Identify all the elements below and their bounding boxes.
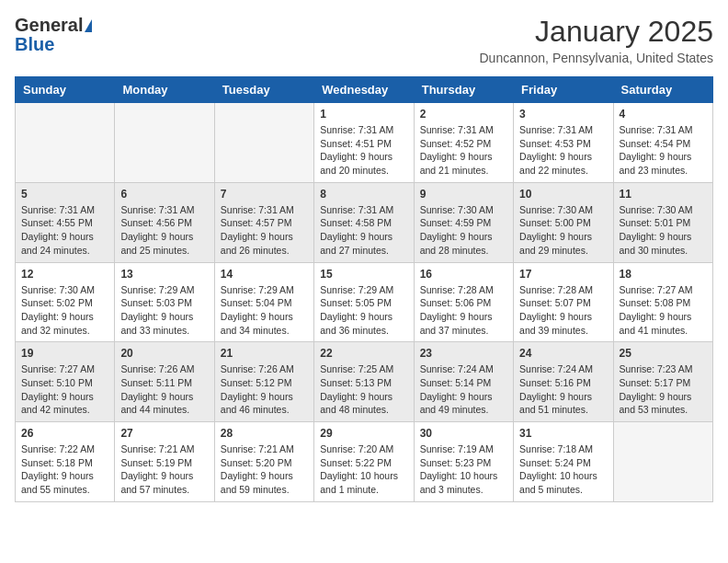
day-info: Sunrise: 7:22 AMSunset: 5:18 PMDaylight:… bbox=[21, 442, 108, 497]
calendar-cell: 18Sunrise: 7:27 AMSunset: 5:08 PMDayligh… bbox=[613, 262, 712, 342]
calendar-cell bbox=[16, 103, 115, 183]
day-info: Sunrise: 7:29 AMSunset: 5:05 PMDaylight:… bbox=[320, 283, 407, 338]
day-info: Sunrise: 7:30 AMSunset: 5:01 PMDaylight:… bbox=[620, 203, 707, 258]
day-number: 2 bbox=[420, 108, 507, 121]
calendar-table: SundayMondayTuesdayWednesdayThursdayFrid… bbox=[15, 76, 713, 502]
day-info: Sunrise: 7:23 AMSunset: 5:17 PMDaylight:… bbox=[620, 362, 707, 417]
calendar-cell: 21Sunrise: 7:26 AMSunset: 5:12 PMDayligh… bbox=[214, 342, 313, 422]
day-number: 5 bbox=[21, 188, 108, 201]
calendar-cell: 14Sunrise: 7:29 AMSunset: 5:04 PMDayligh… bbox=[214, 262, 313, 342]
day-info: Sunrise: 7:20 AMSunset: 5:22 PMDaylight:… bbox=[320, 442, 407, 497]
calendar-cell: 26Sunrise: 7:22 AMSunset: 5:18 PMDayligh… bbox=[16, 422, 115, 502]
weekday-header-thursday: Thursday bbox=[414, 77, 513, 103]
week-row-1: 1Sunrise: 7:31 AMSunset: 4:51 PMDaylight… bbox=[16, 103, 713, 183]
calendar-cell: 24Sunrise: 7:24 AMSunset: 5:16 PMDayligh… bbox=[514, 342, 613, 422]
day-info: Sunrise: 7:28 AMSunset: 5:06 PMDaylight:… bbox=[420, 283, 507, 338]
weekday-header-sunday: Sunday bbox=[16, 77, 115, 103]
calendar-cell: 12Sunrise: 7:30 AMSunset: 5:02 PMDayligh… bbox=[16, 262, 115, 342]
day-info: Sunrise: 7:31 AMSunset: 4:58 PMDaylight:… bbox=[320, 203, 407, 258]
day-number: 24 bbox=[519, 347, 607, 360]
calendar-cell: 6Sunrise: 7:31 AMSunset: 4:56 PMDaylight… bbox=[115, 182, 214, 262]
calendar-cell: 3Sunrise: 7:31 AMSunset: 4:53 PMDaylight… bbox=[514, 103, 613, 183]
day-number: 8 bbox=[320, 188, 407, 201]
calendar-cell: 9Sunrise: 7:30 AMSunset: 4:59 PMDaylight… bbox=[414, 182, 513, 262]
calendar-cell: 22Sunrise: 7:25 AMSunset: 5:13 PMDayligh… bbox=[314, 342, 414, 422]
weekday-header-saturday: Saturday bbox=[613, 77, 712, 103]
calendar-cell bbox=[214, 103, 313, 183]
day-number: 11 bbox=[620, 188, 707, 201]
calendar-cell: 23Sunrise: 7:24 AMSunset: 5:14 PMDayligh… bbox=[414, 342, 513, 422]
day-number: 19 bbox=[21, 347, 108, 360]
calendar-cell: 29Sunrise: 7:20 AMSunset: 5:22 PMDayligh… bbox=[314, 422, 414, 502]
day-number: 13 bbox=[120, 268, 208, 281]
calendar-cell: 28Sunrise: 7:21 AMSunset: 5:20 PMDayligh… bbox=[214, 422, 313, 502]
day-number: 27 bbox=[120, 427, 208, 440]
logo: General Blue bbox=[15, 15, 92, 55]
calendar-cell: 13Sunrise: 7:29 AMSunset: 5:03 PMDayligh… bbox=[115, 262, 214, 342]
calendar-cell: 20Sunrise: 7:26 AMSunset: 5:11 PMDayligh… bbox=[115, 342, 214, 422]
day-info: Sunrise: 7:31 AMSunset: 4:51 PMDaylight:… bbox=[320, 123, 407, 178]
calendar-cell bbox=[613, 422, 712, 502]
day-info: Sunrise: 7:27 AMSunset: 5:10 PMDaylight:… bbox=[21, 362, 108, 417]
week-row-5: 26Sunrise: 7:22 AMSunset: 5:18 PMDayligh… bbox=[16, 422, 713, 502]
day-info: Sunrise: 7:25 AMSunset: 5:13 PMDaylight:… bbox=[320, 362, 407, 417]
day-info: Sunrise: 7:24 AMSunset: 5:16 PMDaylight:… bbox=[519, 362, 607, 417]
calendar-cell: 17Sunrise: 7:28 AMSunset: 5:07 PMDayligh… bbox=[514, 262, 613, 342]
day-number: 7 bbox=[221, 188, 308, 201]
day-number: 26 bbox=[21, 427, 108, 440]
day-number: 14 bbox=[221, 268, 308, 281]
calendar-cell: 11Sunrise: 7:30 AMSunset: 5:01 PMDayligh… bbox=[613, 182, 712, 262]
week-row-3: 12Sunrise: 7:30 AMSunset: 5:02 PMDayligh… bbox=[16, 262, 713, 342]
day-number: 31 bbox=[519, 427, 607, 440]
day-number: 22 bbox=[320, 347, 407, 360]
location-title: Duncannon, Pennsylvania, United States bbox=[480, 51, 714, 65]
day-info: Sunrise: 7:30 AMSunset: 5:02 PMDaylight:… bbox=[21, 283, 108, 338]
day-info: Sunrise: 7:31 AMSunset: 4:53 PMDaylight:… bbox=[519, 123, 607, 178]
weekday-header-wednesday: Wednesday bbox=[314, 77, 414, 103]
day-number: 23 bbox=[420, 347, 507, 360]
calendar-cell: 16Sunrise: 7:28 AMSunset: 5:06 PMDayligh… bbox=[414, 262, 513, 342]
weekday-header-monday: Monday bbox=[115, 77, 214, 103]
day-info: Sunrise: 7:19 AMSunset: 5:23 PMDaylight:… bbox=[420, 442, 507, 497]
day-info: Sunrise: 7:29 AMSunset: 5:03 PMDaylight:… bbox=[120, 283, 208, 338]
month-title: January 2025 bbox=[480, 15, 714, 49]
day-number: 17 bbox=[519, 268, 607, 281]
day-number: 16 bbox=[420, 268, 507, 281]
calendar-cell: 25Sunrise: 7:23 AMSunset: 5:17 PMDayligh… bbox=[613, 342, 712, 422]
day-number: 12 bbox=[21, 268, 108, 281]
calendar-cell: 2Sunrise: 7:31 AMSunset: 4:52 PMDaylight… bbox=[414, 103, 513, 183]
logo-triangle-icon bbox=[85, 19, 92, 32]
day-number: 10 bbox=[519, 188, 607, 201]
day-info: Sunrise: 7:27 AMSunset: 5:08 PMDaylight:… bbox=[620, 283, 707, 338]
day-info: Sunrise: 7:31 AMSunset: 4:57 PMDaylight:… bbox=[221, 203, 308, 258]
week-row-2: 5Sunrise: 7:31 AMSunset: 4:55 PMDaylight… bbox=[16, 182, 713, 262]
day-info: Sunrise: 7:28 AMSunset: 5:07 PMDaylight:… bbox=[519, 283, 607, 338]
day-number: 30 bbox=[420, 427, 507, 440]
day-info: Sunrise: 7:31 AMSunset: 4:55 PMDaylight:… bbox=[21, 203, 108, 258]
calendar-cell: 1Sunrise: 7:31 AMSunset: 4:51 PMDaylight… bbox=[314, 103, 414, 183]
day-info: Sunrise: 7:31 AMSunset: 4:56 PMDaylight:… bbox=[120, 203, 208, 258]
day-info: Sunrise: 7:24 AMSunset: 5:14 PMDaylight:… bbox=[420, 362, 507, 417]
day-info: Sunrise: 7:31 AMSunset: 4:54 PMDaylight:… bbox=[620, 123, 707, 178]
day-info: Sunrise: 7:31 AMSunset: 4:52 PMDaylight:… bbox=[420, 123, 507, 178]
calendar-cell: 27Sunrise: 7:21 AMSunset: 5:19 PMDayligh… bbox=[115, 422, 214, 502]
calendar-cell: 10Sunrise: 7:30 AMSunset: 5:00 PMDayligh… bbox=[514, 182, 613, 262]
calendar-cell bbox=[115, 103, 214, 183]
calendar-cell: 30Sunrise: 7:19 AMSunset: 5:23 PMDayligh… bbox=[414, 422, 513, 502]
day-number: 20 bbox=[120, 347, 208, 360]
calendar-cell: 8Sunrise: 7:31 AMSunset: 4:58 PMDaylight… bbox=[314, 182, 414, 262]
calendar-cell: 5Sunrise: 7:31 AMSunset: 4:55 PMDaylight… bbox=[16, 182, 115, 262]
day-info: Sunrise: 7:26 AMSunset: 5:11 PMDaylight:… bbox=[120, 362, 208, 417]
day-info: Sunrise: 7:30 AMSunset: 4:59 PMDaylight:… bbox=[420, 203, 507, 258]
day-number: 25 bbox=[620, 347, 707, 360]
day-number: 4 bbox=[620, 108, 707, 121]
week-row-4: 19Sunrise: 7:27 AMSunset: 5:10 PMDayligh… bbox=[16, 342, 713, 422]
day-number: 21 bbox=[221, 347, 308, 360]
logo-blue: Blue bbox=[15, 34, 54, 55]
day-number: 29 bbox=[320, 427, 407, 440]
day-number: 9 bbox=[420, 188, 507, 201]
day-info: Sunrise: 7:21 AMSunset: 5:20 PMDaylight:… bbox=[221, 442, 308, 497]
title-block: January 2025 Duncannon, Pennsylvania, Un… bbox=[480, 15, 714, 65]
day-number: 6 bbox=[120, 188, 208, 201]
day-number: 3 bbox=[519, 108, 607, 121]
